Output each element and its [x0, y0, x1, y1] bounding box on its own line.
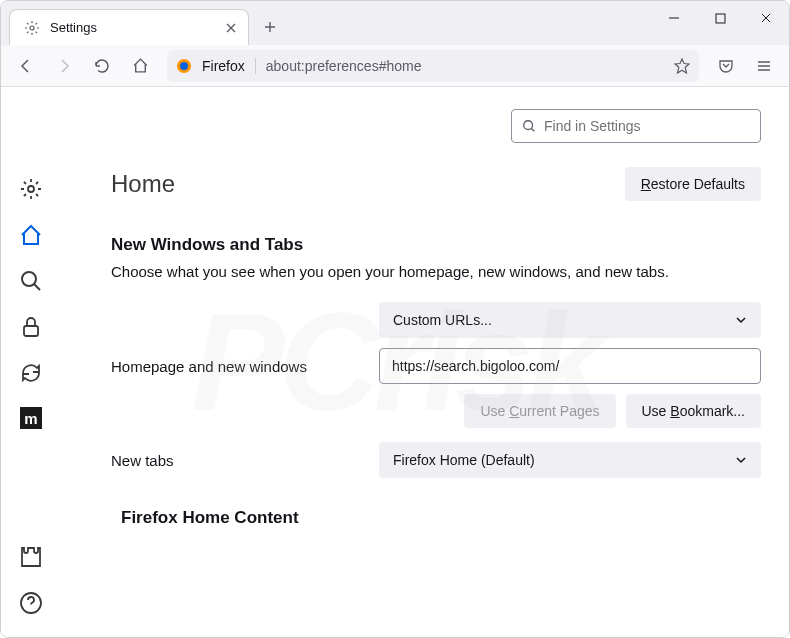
newtabs-value: Firefox Home (Default)	[393, 452, 535, 468]
svg-rect-6	[24, 326, 38, 336]
back-button[interactable]	[9, 49, 43, 83]
sidebar-extensions-icon[interactable]	[19, 545, 43, 569]
chevron-down-icon	[735, 454, 747, 466]
new-tab-button[interactable]	[255, 12, 285, 42]
minimize-button[interactable]	[651, 1, 697, 35]
sidebar-help-icon[interactable]	[19, 591, 43, 615]
settings-sidebar: m	[1, 87, 61, 637]
url-identity: Firefox	[202, 58, 256, 74]
section-title-new-windows: New Windows and Tabs	[111, 235, 761, 255]
tab-settings[interactable]: Settings	[9, 9, 249, 45]
newtabs-label: New tabs	[111, 452, 361, 469]
sidebar-more-mozilla-icon[interactable]: m	[20, 407, 42, 429]
sidebar-privacy-icon[interactable]	[19, 315, 43, 339]
svg-point-0	[30, 26, 34, 30]
svg-point-5	[22, 272, 36, 286]
close-icon[interactable]	[224, 21, 238, 35]
window-controls	[651, 1, 789, 45]
svg-point-3	[180, 62, 188, 70]
homepage-url-input[interactable]	[379, 348, 761, 384]
homepage-mode-value: Custom URLs...	[393, 312, 492, 328]
tab-label: Settings	[50, 20, 214, 35]
section-title-home-content: Firefox Home Content	[121, 508, 761, 528]
settings-main: Find in Settings Home Restore Defaults N…	[61, 87, 789, 637]
use-bookmark-button[interactable]: Use Bookmark...	[626, 394, 762, 428]
restore-defaults-button[interactable]: Restore Defaults	[625, 167, 761, 201]
homepage-label: Homepage and new windows	[111, 358, 361, 375]
url-bar[interactable]: Firefox about:preferences#home	[167, 50, 699, 82]
forward-button	[47, 49, 81, 83]
url-text: about:preferences#home	[266, 58, 664, 74]
svg-rect-1	[716, 14, 725, 23]
page-title: Home	[111, 170, 175, 198]
maximize-button[interactable]	[697, 1, 743, 35]
close-window-button[interactable]	[743, 1, 789, 35]
pocket-button[interactable]	[709, 49, 743, 83]
menu-button[interactable]	[747, 49, 781, 83]
tab-bar: Settings	[1, 1, 789, 45]
bookmark-star-icon[interactable]	[674, 58, 690, 74]
reload-button[interactable]	[85, 49, 119, 83]
homepage-mode-select[interactable]: Custom URLs...	[379, 302, 761, 338]
sidebar-general-icon[interactable]	[19, 177, 43, 201]
svg-point-4	[28, 186, 34, 192]
section-description: Choose what you see when you open your h…	[111, 263, 761, 280]
home-button[interactable]	[123, 49, 157, 83]
sidebar-search-icon[interactable]	[19, 269, 43, 293]
firefox-icon	[176, 58, 192, 74]
chevron-down-icon	[735, 314, 747, 326]
gear-icon	[24, 20, 40, 36]
sidebar-home-icon[interactable]	[19, 223, 43, 247]
newtabs-select[interactable]: Firefox Home (Default)	[379, 442, 761, 478]
find-placeholder: Find in Settings	[544, 118, 641, 134]
toolbar: Firefox about:preferences#home	[1, 45, 789, 87]
use-current-pages-button: Use Current Pages	[464, 394, 615, 428]
find-in-settings-input[interactable]: Find in Settings	[511, 109, 761, 143]
sidebar-sync-icon[interactable]	[19, 361, 43, 385]
